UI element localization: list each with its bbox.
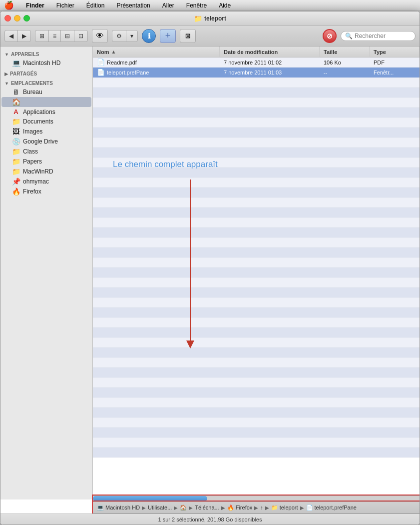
menu-aide[interactable]: Aide — [217, 2, 233, 9]
new-folder-button[interactable]: + — [160, 29, 176, 43]
path-arrow-4: ▶ — [254, 505, 258, 510]
sidebar-item-bureau[interactable]: 🖥 Bureau — [1, 87, 91, 97]
path-arrow-2: ▶ — [189, 505, 193, 510]
nav-button-group: ◀ ▶ — [4, 30, 31, 42]
col-nom[interactable]: Nom ▲ — [93, 46, 220, 57]
table-row-empty — [93, 198, 420, 208]
gear-dropdown[interactable]: ▾ — [126, 30, 137, 42]
sidebar-item-ohmymac[interactable]: 📌 ohmymac — [1, 176, 91, 186]
applications-icon: A — [11, 108, 20, 116]
path-text-6: teleport — [280, 504, 298, 510]
sidebar-item-images-label: Images — [23, 128, 42, 135]
emplacements-triangle[interactable]: ▼ — [4, 81, 9, 86]
sidebar-item-googledrive[interactable]: 💿 Google Drive — [1, 136, 91, 146]
menubar: 🍎 Finder Fichier Édition Présentation Al… — [0, 0, 420, 11]
info-button[interactable]: ℹ — [142, 29, 156, 43]
table-row-empty — [93, 268, 420, 278]
sidebar-item-home[interactable]: 🏠 — [1, 97, 91, 107]
path-segment-7[interactable]: 📄 teleport.prefPane — [306, 504, 357, 511]
status-bar: 1 sur 2 sélectionné, 201,98 Go disponibl… — [0, 514, 420, 524]
path-icon-7: 📄 — [306, 504, 313, 511]
bureau-icon: 🖥 — [11, 88, 20, 96]
file-size-1: -- — [320, 70, 370, 76]
no-button[interactable]: ⊘ — [323, 29, 337, 43]
view-columns-button[interactable]: ⊟ — [61, 30, 74, 42]
sidebar-item-googledrive-label: Google Drive — [23, 138, 58, 145]
file-type-0: PDF — [370, 60, 420, 66]
appareils-triangle[interactable]: ▼ — [4, 52, 9, 57]
table-row[interactable]: 📄 teleport.prefPane 7 novembre 2011 01:0… — [93, 68, 420, 78]
path-text-4: Firefox — [236, 504, 253, 510]
traffic-lights — [4, 15, 30, 22]
table-row-empty — [93, 288, 420, 298]
apple-menu-icon[interactable]: 🍎 — [4, 0, 14, 10]
col-date-label: Date de modification — [224, 49, 278, 55]
sidebar-item-firefox[interactable]: 🔥 Firefox — [1, 186, 91, 196]
table-row-empty — [93, 238, 420, 248]
sidebar-item-documents-label: Documents — [23, 118, 53, 125]
search-bar: 🔍 — [341, 31, 416, 41]
terminal-button[interactable]: ⊡ — [180, 29, 196, 43]
partages-triangle[interactable]: ▶ — [4, 72, 8, 76]
view-icon-button[interactable]: ⊞ — [35, 30, 49, 42]
path-segment-4[interactable]: 🔥 Firefox — [227, 504, 253, 511]
gear-button[interactable]: ⚙ — [112, 30, 126, 42]
menu-finder[interactable]: Finder — [24, 2, 46, 9]
table-row-empty — [93, 408, 420, 418]
col-nom-label: Nom — [97, 49, 109, 55]
table-row-empty — [93, 308, 420, 318]
path-segment-6[interactable]: 📁 teleport — [271, 504, 298, 511]
sidebar-item-class[interactable]: 📁 Class — [1, 146, 91, 156]
eye-button[interactable]: 👁 — [92, 29, 108, 43]
path-segment-1[interactable]: Utilisate... — [148, 504, 172, 510]
file-icon-1: 📄 — [97, 68, 105, 76]
menu-aller[interactable]: Aller — [160, 2, 176, 9]
col-date[interactable]: Date de modification — [220, 46, 320, 57]
maximize-button[interactable] — [23, 15, 30, 22]
forward-button[interactable]: ▶ — [18, 30, 30, 42]
sidebar-item-documents[interactable]: 📁 Documents — [1, 116, 91, 126]
view-list-button[interactable]: ≡ — [49, 30, 61, 42]
partages-label: PARTAGÉS — [10, 71, 37, 76]
table-row-empty — [93, 178, 420, 188]
sidebar-item-images[interactable]: 🖼 Images — [1, 126, 91, 136]
col-type[interactable]: Type — [370, 46, 420, 57]
view-cover-button[interactable]: ⊡ — [74, 30, 87, 42]
back-button[interactable]: ◀ — [5, 30, 18, 42]
table-row-empty — [93, 88, 420, 98]
path-segment-3[interactable]: Télécha... — [195, 504, 219, 510]
menu-edition[interactable]: Édition — [84, 2, 107, 9]
titlebar: 📁 teleport — [0, 12, 420, 26]
col-taille[interactable]: Taille — [320, 46, 370, 57]
file-date-0: 7 novembre 2011 01:02 — [220, 60, 320, 66]
path-segment-2[interactable]: 🏠 — [180, 504, 187, 511]
table-row-empty — [93, 398, 420, 408]
home-icon: 🏠 — [11, 98, 20, 106]
search-icon: 🔍 — [345, 32, 353, 40]
table-row-empty — [93, 158, 420, 168]
sidebar-item-macwinrd[interactable]: 📁 MacWinRD — [1, 166, 91, 176]
sidebar-item-macintosh[interactable]: 💻 Macintosh HD — [1, 58, 91, 68]
emplacements-header: ▼ EMPLACEMENTS — [0, 78, 92, 87]
search-input[interactable] — [355, 32, 411, 40]
menu-fenetre[interactable]: Fenêtre — [184, 2, 209, 9]
menu-fichier[interactable]: Fichier — [54, 2, 76, 9]
minimize-button[interactable] — [14, 15, 20, 22]
menu-presentation[interactable]: Présentation — [114, 2, 152, 9]
window-title: 📁 teleport — [194, 14, 226, 22]
table-row[interactable]: 📄 Readme.pdf 7 novembre 2011 01:02 106 K… — [93, 58, 420, 68]
path-segment-5[interactable]: ↑ — [260, 504, 263, 510]
table-row-empty — [93, 378, 420, 388]
table-row-empty — [93, 128, 420, 138]
sidebar-item-applications[interactable]: A Applications — [1, 107, 91, 116]
images-icon: 🖼 — [11, 128, 20, 136]
sidebar-item-papers[interactable]: 📁 Papers — [1, 156, 91, 166]
path-text-1: Utilisate... — [148, 504, 172, 510]
table-row-empty — [93, 328, 420, 338]
path-segment-0[interactable]: 💻 Macintosh HD — [97, 504, 140, 511]
col-type-label: Type — [374, 49, 386, 55]
path-scrollbar-thumb[interactable] — [93, 496, 207, 501]
path-icon-2: 🏠 — [180, 504, 187, 511]
close-button[interactable] — [4, 15, 11, 22]
table-row-empty — [93, 98, 420, 108]
